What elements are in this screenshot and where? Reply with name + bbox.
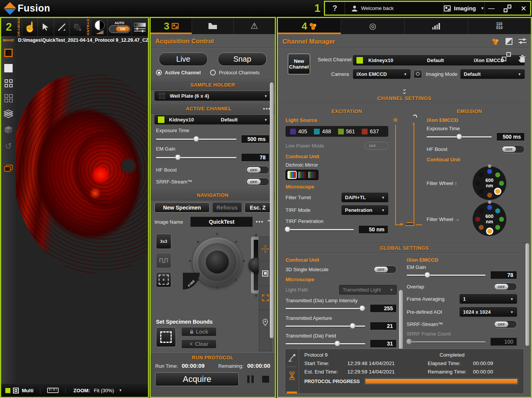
filter-wheel-dot[interactable] xyxy=(479,172,484,177)
low-power-toggle[interactable]: OFF xyxy=(365,142,388,150)
filter-wheel-dot[interactable] xyxy=(487,205,492,210)
srrf-frame-count-value[interactable]: 100 xyxy=(490,337,517,346)
filter-wheel-right[interactable]: 600 nm xyxy=(473,202,506,236)
lamp-intensity-value[interactable]: 255 xyxy=(370,304,397,313)
auto-contrast-toggle[interactable]: AUTO ON xyxy=(107,18,131,36)
dichroic-option-1[interactable] xyxy=(288,172,296,178)
image-name-menu-button[interactable]: ••• xyxy=(256,219,264,225)
line-tool-button[interactable] xyxy=(54,18,69,36)
acquisition-scrollbar[interactable] xyxy=(270,82,274,338)
contrast-tool-button[interactable] xyxy=(92,18,107,36)
image-canvas[interactable]: D:\Images\QuickTest_2021-04-14_Protocol … xyxy=(16,36,148,384)
dichroic-option-3[interactable] xyxy=(308,172,316,178)
laser-lines[interactable]: 405 488 561 637 xyxy=(286,126,388,137)
filter-wheel-dot[interactable] xyxy=(479,208,484,213)
emission-hf-boost-toggle[interactable]: OFF xyxy=(501,145,525,153)
predefined-aoi-dropdown[interactable]: 1024 x 1024▼ xyxy=(460,307,517,317)
exposure-time-slider[interactable] xyxy=(156,136,236,142)
light-path-dropdown[interactable]: Transmitted Light▼ xyxy=(339,285,397,295)
grid-view-icon[interactable] xyxy=(5,79,13,87)
filter-wheel-dot[interactable] xyxy=(487,169,492,174)
channel-color-checkbox[interactable] xyxy=(5,388,11,393)
filter-wheel-dot[interactable] xyxy=(475,181,480,186)
lamp-intensity-slider[interactable] xyxy=(286,305,365,311)
filter-turret-dropdown[interactable]: DAPI+TL▼ xyxy=(342,193,388,202)
exposure-time-value[interactable]: 500 ms xyxy=(241,135,269,143)
lock-bounds-button[interactable]: Lock xyxy=(181,327,217,336)
filter-wheel-dot[interactable] xyxy=(495,208,500,213)
cube-3d-icon[interactable] xyxy=(4,125,13,134)
new-specimen-button[interactable]: New Specimen xyxy=(154,202,210,213)
live-button[interactable]: Live xyxy=(159,52,208,66)
hf-boost-toggle[interactable]: OFF xyxy=(246,166,269,174)
em-gain-slider[interactable] xyxy=(156,154,236,161)
zoom-value[interactable]: Fit (30%) xyxy=(94,388,114,393)
filter-wheel-dot[interactable] xyxy=(475,217,480,222)
sm3d-toggle[interactable]: OFF xyxy=(373,265,397,274)
laser-561[interactable]: 561 xyxy=(338,128,355,134)
ruler-icon[interactable] xyxy=(47,388,59,393)
active-channel-dropdown[interactable]: Kidneyx10 Default ▼ xyxy=(154,115,271,124)
sliders-icon[interactable] xyxy=(519,38,526,45)
user-menu[interactable]: Welcome back xyxy=(345,2,444,15)
laser-488[interactable]: 488 xyxy=(314,128,331,134)
global-em-gain-value[interactable]: 78 xyxy=(490,271,517,279)
tab-warnings[interactable]: ⚠ xyxy=(234,18,275,34)
transmitted-field-slider[interactable] xyxy=(286,341,365,347)
laser-637[interactable]: 637 xyxy=(362,128,379,134)
filter-wheel-dot[interactable] xyxy=(487,193,492,198)
tirf-mode-dropdown[interactable]: Penetration▼ xyxy=(342,205,388,215)
multi-checkbox[interactable] xyxy=(13,388,19,393)
emission-exposure-slider[interactable] xyxy=(427,134,492,140)
imaging-mode-dropdown[interactable]: Default▼ xyxy=(460,69,525,79)
srrf-frame-count-slider[interactable] xyxy=(407,339,486,345)
minimize-button[interactable]: — xyxy=(485,5,498,12)
global-srrf-toggle[interactable]: OFF xyxy=(493,320,517,328)
dichroic-selector[interactable] xyxy=(286,170,319,180)
tirf-penetration-value[interactable]: 50 nm xyxy=(358,225,388,234)
fine-mode-wedge[interactable]: FINE xyxy=(183,273,200,290)
camera-settings-button[interactable] xyxy=(414,70,422,78)
transmitted-field-value[interactable]: 31 xyxy=(370,339,397,348)
single-view-active-icon[interactable] xyxy=(4,49,13,57)
transmitted-aperture-value[interactable]: 21 xyxy=(370,322,397,330)
select-tool-button[interactable] xyxy=(38,18,53,36)
tab-channels[interactable]: 4 xyxy=(278,18,341,34)
set-bounds-button[interactable] xyxy=(156,327,176,347)
srrf-stream-toggle[interactable]: OFF xyxy=(246,178,269,186)
emission-exposure-value[interactable]: 500 ms xyxy=(496,133,525,141)
close-button[interactable]: × xyxy=(517,3,530,14)
grid-3x3-scan-button[interactable]: 3x3 xyxy=(156,234,171,249)
global-em-gain-slider[interactable] xyxy=(407,272,486,278)
hourglass-icon[interactable] xyxy=(289,372,295,380)
em-gain-value[interactable]: 78 xyxy=(241,153,269,162)
camera-dropdown[interactable]: iXon EMCCD▼ xyxy=(353,69,410,79)
square-wave-button[interactable] xyxy=(156,253,171,268)
levels-button[interactable] xyxy=(131,18,148,36)
tab-histogram[interactable] xyxy=(405,18,468,34)
display-settings-icon[interactable] xyxy=(506,38,512,45)
shapes-tool-button[interactable] xyxy=(69,18,85,36)
frame-averaging-dropdown[interactable]: 1▼ xyxy=(460,294,517,304)
select-channel-dropdown[interactable]: Kidneyx10 Default iXon EMCCD ▼ xyxy=(353,55,525,66)
tab-files[interactable] xyxy=(192,18,233,34)
stage-points-button[interactable]: + xyxy=(156,272,171,287)
gallery-icon[interactable] xyxy=(4,165,13,172)
xy-joystick[interactable]: ▲ ▲ ▲ ▲ ▲ ▲ ▲ ▲ FINE xyxy=(193,237,242,287)
multi-grid-view-icon[interactable] xyxy=(5,94,13,102)
refocus-button[interactable]: Refocus xyxy=(212,202,242,213)
tab-binary[interactable]: 110010 xyxy=(468,18,531,34)
lever-icon[interactable] xyxy=(288,354,296,362)
help-button[interactable]: ? xyxy=(325,2,345,15)
protocol-channels-radio[interactable] xyxy=(210,70,216,75)
collapse-settings-chevron[interactable]: ⌄⌄ xyxy=(278,87,531,93)
workspace-selector[interactable]: Imaging ▼ xyxy=(444,2,485,15)
hand-tool-button[interactable]: ☝ xyxy=(22,18,38,36)
active-channel-radio[interactable] xyxy=(156,70,162,75)
rotate-icon[interactable]: ↺ xyxy=(5,141,12,151)
channel-group-icon[interactable] xyxy=(492,38,499,45)
tab-confocal[interactable]: ◎ xyxy=(341,18,404,34)
pause-button[interactable] xyxy=(247,375,254,383)
new-channel-button[interactable]: New Channel xyxy=(288,54,310,74)
image-name-field[interactable]: QuickTest xyxy=(190,217,253,227)
